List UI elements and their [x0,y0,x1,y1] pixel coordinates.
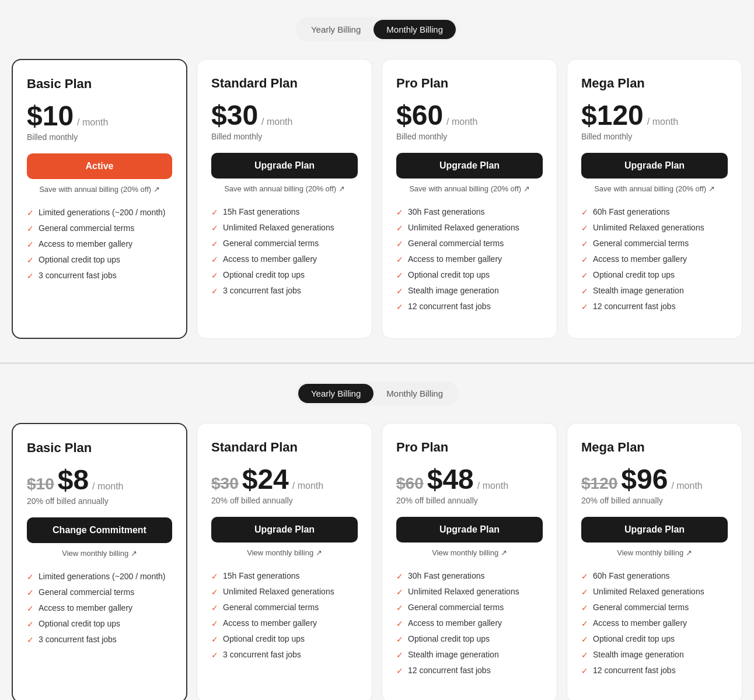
features-list: ✓ 15h Fast generations ✓ Unlimited Relax… [211,207,358,296]
feature-item: ✓ 15h Fast generations [211,571,358,581]
check-icon: ✓ [27,620,34,629]
plan-card-basic: Basic Plan $10 $8 / month 20% off billed… [12,423,187,700]
check-icon: ✓ [581,302,588,312]
feature-item: ✓ 30h Fast generations [396,207,543,217]
feature-item: ✓ General commercial terms [211,603,358,612]
check-icon: ✓ [27,604,34,613]
feature-item: ✓ Unlimited Relaxed generations [396,587,543,597]
toggle-container: Yearly Billing Monthly Billing [296,382,458,405]
save-link[interactable]: View monthly billing ↗ [27,549,172,558]
yearly-billing-btn[interactable]: Yearly Billing [298,384,373,403]
price-period: / month [261,117,292,127]
price-row: $30 $24 / month [211,466,358,494]
save-link[interactable]: View monthly billing ↗ [211,548,358,557]
price-period: / month [647,117,678,127]
check-icon: ✓ [396,603,403,612]
check-icon: ✓ [581,223,588,233]
feature-item: ✓ General commercial terms [581,239,728,249]
check-icon: ✓ [581,619,588,628]
price-row: $60 $48 / month [396,466,543,494]
save-link[interactable]: Save with annual billing (20% off) ↗ [581,184,728,193]
check-icon: ✓ [396,223,403,233]
feature-item: ✓ Unlimited Relaxed generations [581,587,728,597]
check-icon: ✓ [581,587,588,597]
feature-item: ✓ Optional credit top ups [581,634,728,644]
plan-button-active[interactable]: Active [27,153,172,179]
check-icon: ✓ [211,239,218,249]
feature-item: ✓ 3 concurrent fast jobs [211,286,358,296]
feature-item: ✓ General commercial terms [27,587,172,597]
feature-item: ✓ Stealth image generation [396,650,543,660]
plans-grid: Basic Plan $10 / month Billed monthly Ac… [12,59,742,339]
price-period: / month [446,117,477,127]
billing-note: Billed monthly [581,132,728,141]
check-icon: ✓ [27,224,34,233]
plan-name: Basic Plan [27,440,172,456]
check-icon: ✓ [211,635,218,644]
save-link[interactable]: Save with annual billing (20% off) ↗ [211,184,358,193]
check-icon: ✓ [211,603,218,612]
check-icon: ✓ [396,302,403,312]
section-yearly: Yearly Billing Monthly Billing Basic Pla… [0,364,754,700]
check-icon: ✓ [581,635,588,644]
feature-item: ✓ Unlimited Relaxed generations [581,223,728,233]
check-icon: ✓ [396,239,403,249]
toggle-container: Yearly Billing Monthly Billing [296,18,458,41]
billing-note: Billed monthly [396,132,543,141]
price-period: / month [292,481,323,491]
save-link[interactable]: Save with annual billing (20% off) ↗ [396,184,543,193]
billing-note: 20% off billed annually [581,496,728,505]
plan-name: Pro Plan [396,76,543,91]
billing-note: 20% off billed annually [396,496,543,505]
yearly-billing-btn[interactable]: Yearly Billing [298,20,373,39]
feature-item: ✓ 12 concurrent fast jobs [581,666,728,676]
check-icon: ✓ [211,208,218,217]
plan-button-upgrade[interactable]: Upgrade Plan [396,153,543,178]
check-icon: ✓ [581,286,588,296]
check-icon: ✓ [581,572,588,581]
check-icon: ✓ [396,619,403,628]
plan-button-upgrade[interactable]: Upgrade Plan [396,517,543,542]
plan-button-upgrade[interactable]: Upgrade Plan [581,153,728,178]
feature-item: ✓ General commercial terms [581,603,728,612]
save-link[interactable]: View monthly billing ↗ [396,548,543,557]
check-icon: ✓ [396,587,403,597]
price-row: $10 / month [27,102,172,130]
feature-item: ✓ Optional credit top ups [27,619,172,629]
plan-card-pro: Pro Plan $60 / month Billed monthly Upgr… [382,59,557,339]
check-icon: ✓ [581,666,588,676]
plan-button-upgrade[interactable]: Upgrade Plan [581,517,728,542]
check-icon: ✓ [396,271,403,280]
feature-item: ✓ Unlimited Relaxed generations [211,587,358,597]
feature-item: ✓ 60h Fast generations [581,571,728,581]
check-icon: ✓ [396,286,403,296]
save-link[interactable]: View monthly billing ↗ [581,548,728,557]
features-list: ✓ Limited generations (~200 / month) ✓ G… [27,208,172,281]
plan-button-upgrade[interactable]: Upgrade Plan [211,517,358,542]
plan-button-change[interactable]: Change Commitment [27,517,172,543]
section-monthly: Yearly Billing Monthly Billing Basic Pla… [0,0,754,364]
plan-button-upgrade[interactable]: Upgrade Plan [211,153,358,178]
check-icon: ✓ [396,255,403,264]
feature-item: ✓ 12 concurrent fast jobs [396,666,543,676]
check-icon: ✓ [27,208,34,218]
feature-item: ✓ Unlimited Relaxed generations [396,223,543,233]
check-icon: ✓ [581,650,588,660]
save-link[interactable]: Save with annual billing (20% off) ↗ [27,185,172,194]
billing-note: Billed monthly [27,132,172,142]
feature-item: ✓ General commercial terms [27,223,172,233]
feature-item: ✓ Stealth image generation [581,650,728,660]
plan-card-pro: Pro Plan $60 $48 / month 20% off billed … [382,423,557,700]
check-icon: ✓ [27,635,34,645]
billing-note: Billed monthly [211,132,358,141]
plan-name: Standard Plan [211,440,358,455]
plan-card-mega: Mega Plan $120 $96 / month 20% off bille… [567,423,742,700]
plan-name: Basic Plan [27,76,172,92]
feature-item: ✓ Access to member gallery [581,618,728,628]
check-icon: ✓ [396,208,403,217]
monthly-billing-btn[interactable]: Monthly Billing [373,384,456,403]
check-icon: ✓ [211,223,218,233]
monthly-billing-btn[interactable]: Monthly Billing [373,20,456,39]
billing-toggle: Yearly Billing Monthly Billing [12,382,742,405]
check-icon: ✓ [27,572,34,582]
